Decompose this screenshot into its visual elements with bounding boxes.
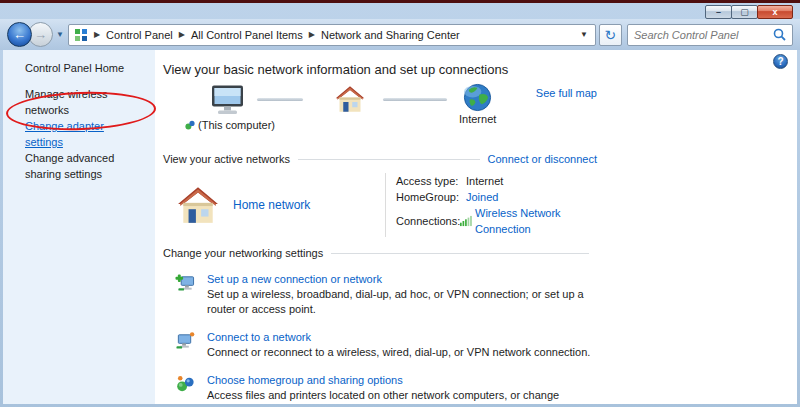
setting-item-new-connection[interactable]: Set up a new connection or network Set u… [175, 272, 597, 317]
computer-icon[interactable] [209, 85, 247, 115]
wireless-signal-icon [460, 215, 472, 227]
minimize-button[interactable]: – [705, 5, 732, 19]
connect-network-icon [175, 330, 195, 350]
active-networks-header: View your active networks Connect or dis… [163, 153, 597, 165]
refresh-button[interactable]: ↻ [599, 24, 622, 46]
home-network-large-icon[interactable] [177, 186, 219, 224]
setting-link[interactable]: Choose homegroup and sharing options [207, 374, 403, 386]
breadcrumb-separator-icon: ▶ [91, 30, 103, 39]
search-icon[interactable] [773, 28, 786, 41]
divider [298, 159, 480, 160]
breadcrumb-item-network-sharing[interactable]: Network and Sharing Center [321, 29, 460, 41]
breadcrumb-item-control-panel[interactable]: Control Panel [106, 29, 173, 41]
maximize-button[interactable]: ▢ [731, 5, 758, 19]
settings-title: Change your networking settings [163, 247, 323, 259]
see-full-map-link[interactable]: See full map [536, 87, 597, 99]
detail-label: Connections: [396, 213, 460, 229]
homegroup-small-icon [185, 120, 195, 130]
breadcrumb-separator-icon[interactable]: ▶ [306, 30, 318, 39]
address-dropdown-icon[interactable]: ▼ [580, 30, 590, 39]
home-network-link[interactable]: Home network [233, 198, 310, 212]
sidebar-item-control-panel-home[interactable]: Control Panel Home [25, 60, 155, 76]
breadcrumb-item-all-items[interactable]: All Control Panel Items [191, 29, 303, 41]
homegroup-icon [175, 373, 195, 393]
this-computer-label: (This computer) [198, 119, 275, 131]
setting-link[interactable]: Set up a new connection or network [207, 273, 382, 285]
history-dropdown-icon[interactable]: ▼ [53, 30, 68, 39]
internet-globe-icon[interactable] [463, 83, 492, 112]
internet-label: Internet [459, 113, 496, 125]
networking-settings-section: Change your networking settings [163, 247, 597, 404]
wireless-connection-link[interactable]: Wireless Network Connection [475, 205, 597, 237]
network-details: Access type: Internet HomeGroup: Joined … [385, 173, 597, 237]
setting-item-connect-network[interactable]: Connect to a network Connect or reconnec… [175, 330, 597, 360]
help-icon[interactable]: ? [773, 54, 788, 69]
window-content: Control Panel Home Manage wireless netwo… [3, 50, 797, 404]
home-network-icon[interactable] [335, 85, 365, 113]
network-map: Internet (This computer) See full map [163, 81, 597, 145]
close-button[interactable]: x [757, 5, 793, 19]
sidebar-item-change-adapter-settings[interactable]: Change adapter settings [25, 118, 143, 150]
navigation-bar: ← → ▼ ▶ Control Panel ▶ All Control Pane… [0, 19, 800, 50]
search-input[interactable]: Search Control Panel [634, 29, 773, 41]
detail-row-homegroup: HomeGroup: Joined [396, 189, 597, 205]
control-panel-icon [74, 28, 88, 42]
connect-or-disconnect-link[interactable]: Connect or disconnect [488, 153, 597, 165]
main-pane: ? View your basic network information an… [155, 50, 797, 404]
setting-description: Set up a wireless, broadband, dial-up, a… [207, 287, 597, 317]
sidebar-item-change-advanced-sharing[interactable]: Change advanced sharing settings [25, 150, 143, 182]
active-network-panel: Home network Access type: Internet HomeG… [177, 173, 597, 237]
setting-description: Connect or reconnect to a wireless, wire… [207, 345, 590, 360]
breadcrumb[interactable]: ▶ Control Panel ▶ All Control Panel Item… [68, 24, 596, 46]
breadcrumb-separator-icon[interactable]: ▶ [176, 30, 188, 39]
access-type-value: Internet [466, 173, 503, 189]
new-connection-icon [175, 272, 195, 292]
detail-label: Access type: [396, 173, 466, 189]
divider [331, 253, 589, 254]
detail-row-connections: Connections: Wireless Network Connection [396, 205, 597, 237]
back-button[interactable]: ← [7, 22, 32, 47]
setting-description: Access files and printers located on oth… [207, 388, 597, 404]
settings-header: Change your networking settings [163, 247, 597, 259]
active-networks-title: View your active networks [163, 153, 290, 165]
setting-item-homegroup[interactable]: Choose homegroup and sharing options Acc… [175, 373, 597, 404]
map-connector-line [257, 98, 303, 101]
sidebar: Control Panel Home Manage wireless netwo… [3, 50, 155, 404]
search-box[interactable]: Search Control Panel [627, 24, 793, 46]
map-connector-line [383, 98, 447, 101]
title-bar[interactable]: – ▢ x [0, 3, 800, 19]
sidebar-item-manage-wireless-networks[interactable]: Manage wireless networks [25, 86, 143, 118]
detail-label: HomeGroup: [396, 189, 466, 205]
setting-link[interactable]: Connect to a network [207, 331, 311, 343]
detail-row-access-type: Access type: Internet [396, 173, 597, 189]
page-title: View your basic network information and … [163, 62, 597, 77]
window-controls: – ▢ x [706, 5, 793, 19]
network-sharing-center-window: – ▢ x ← → ▼ ▶ Control Panel ▶ All Contro… [0, 0, 800, 407]
homegroup-joined-link[interactable]: Joined [466, 189, 498, 205]
